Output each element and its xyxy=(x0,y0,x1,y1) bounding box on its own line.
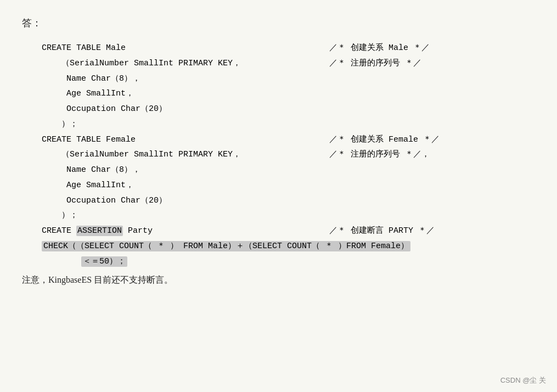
code-left-14: CHECK（（SELECT COUNT（ ＊ ） FROM Male）＋（SEL… xyxy=(22,239,329,254)
code-line-13: CREATE ASSERTION Party ／＊ 创建断言 PARTY ＊／ xyxy=(22,223,535,239)
code-line-11: Occupation Char（20） xyxy=(22,193,535,209)
code-line-4: Age SmallInt， xyxy=(22,86,535,102)
code-right-1: ／＊ 创建关系 Male ＊／ xyxy=(329,41,535,56)
code-left-3: Name Char（8）， xyxy=(22,71,329,87)
code-left-5: Occupation Char（20） xyxy=(22,102,329,117)
note-line: 注意，KingbaseES 目前还不支持断言。 xyxy=(22,275,535,286)
code-left-12: ）； xyxy=(22,208,329,223)
code-right-7: ／＊ 创建关系 Female ＊／ xyxy=(329,132,535,148)
code-line-15: ＜＝50）； xyxy=(22,254,535,270)
code-line-3: Name Char（8）， xyxy=(22,71,535,87)
page-container: 答： CREATE TABLE Male ／＊ 创建关系 Male ＊／ （Se… xyxy=(0,0,557,392)
code-left-4: Age SmallInt， xyxy=(22,86,329,102)
code-line-6: ）； xyxy=(22,117,535,132)
code-right-6 xyxy=(329,117,535,132)
code-line-5: Occupation Char（20） xyxy=(22,102,535,117)
code-right-10 xyxy=(329,178,535,193)
code-right-3 xyxy=(329,71,535,87)
code-line-14: CHECK（（SELECT COUNT（ ＊ ） FROM Male）＋（SEL… xyxy=(22,239,535,254)
assertion-keyword: ASSERTION xyxy=(76,226,123,236)
code-line-2: （SerialNumber SmallInt PRIMARY KEY， ／＊ 注… xyxy=(22,56,535,71)
code-right-12 xyxy=(329,208,535,223)
code-right-4 xyxy=(329,86,535,102)
code-right-11 xyxy=(329,193,535,209)
code-line-9: Name Char（8）， xyxy=(22,163,535,178)
answer-label: 答： xyxy=(22,16,535,30)
code-left-6: ）； xyxy=(22,117,329,132)
code-right-5 xyxy=(329,102,535,117)
code-right-15 xyxy=(329,254,535,270)
code-left-13: CREATE ASSERTION Party xyxy=(22,223,329,239)
code-right-2: ／＊ 注册的序列号 ＊／ xyxy=(329,56,535,71)
code-block: CREATE TABLE Male ／＊ 创建关系 Male ＊／ （Seria… xyxy=(22,41,535,269)
code-left-2: （SerialNumber SmallInt PRIMARY KEY， xyxy=(22,56,329,71)
code-left-11: Occupation Char（20） xyxy=(22,193,329,209)
code-right-8: ／＊ 注册的序列号 ＊／， xyxy=(329,147,535,163)
code-left-10: Age SmallInt， xyxy=(22,178,329,193)
code-left-1: CREATE TABLE Male xyxy=(22,41,329,56)
code-left-9: Name Char（8）， xyxy=(22,163,329,178)
code-left-15: ＜＝50）； xyxy=(22,254,329,270)
code-left-7: CREATE TABLE Female xyxy=(22,132,329,148)
watermark: CSDN @尘 关 xyxy=(500,376,546,385)
code-right-13: ／＊ 创建断言 PARTY ＊／ xyxy=(329,223,535,239)
code-line-10: Age SmallInt， xyxy=(22,178,535,193)
code-line-1: CREATE TABLE Male ／＊ 创建关系 Male ＊／ xyxy=(22,41,535,56)
code-left-8: （SerialNumber SmallInt PRIMARY KEY， xyxy=(22,147,329,163)
code-line-7: CREATE TABLE Female ／＊ 创建关系 Female ＊／ xyxy=(22,132,535,148)
code-right-14 xyxy=(329,239,535,254)
code-right-9 xyxy=(329,163,535,178)
lte50-line: ＜＝50）； xyxy=(81,256,127,267)
code-line-12: ）； xyxy=(22,208,535,223)
code-line-8: （SerialNumber SmallInt PRIMARY KEY， ／＊ 注… xyxy=(22,147,535,163)
